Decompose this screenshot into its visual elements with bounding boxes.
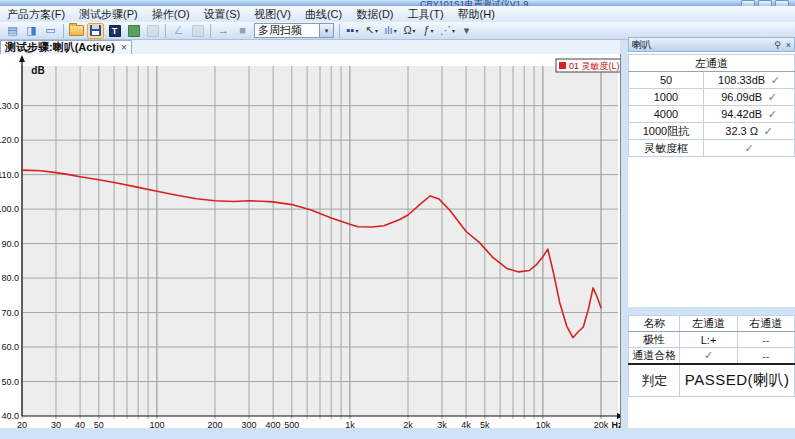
x-tick-label: 300 (241, 420, 256, 428)
panel-title: 喇叭 (629, 38, 772, 52)
dropdown-arrow-icon[interactable]: ▾ (394, 27, 397, 34)
y-tick-label: 60.0 (1, 342, 19, 352)
meas-name: 1000阻抗 (629, 123, 704, 140)
tab-close-icon[interactable]: × (121, 42, 127, 53)
result-table: 名称左通道右通道 极性L:+--通道合格✓--判定PASSED(喇叭) (628, 315, 795, 397)
result-right: -- (737, 332, 794, 348)
menu-item-7[interactable]: 工具(T) (401, 6, 451, 23)
toolbar-separator (165, 24, 166, 38)
check-icon: ✓ (763, 125, 772, 137)
export-window-icon[interactable]: ◨ (23, 23, 40, 39)
stop-button[interactable]: ■ (234, 23, 251, 39)
x-tick-label: 400 (266, 420, 281, 428)
result-header-2: 右通道 (737, 316, 794, 332)
scatter-tool-icon[interactable]: ⋰▾ (439, 23, 456, 39)
channel-header: 左通道 (629, 55, 795, 72)
panel-close-icon[interactable]: × (783, 40, 794, 50)
x-tick-label: 3k (437, 420, 447, 428)
sweep-mode-value: 多周扫频 (255, 23, 319, 38)
report-icon[interactable]: ▤ (4, 23, 21, 39)
legend-swatch (559, 62, 566, 69)
curve-tool-icon[interactable]: ∠ (170, 23, 187, 39)
result-name: 通道合格 (629, 348, 680, 365)
tab-label: 测试步骤:喇叭(Active) (5, 40, 115, 55)
menu-item-0[interactable]: 产品方案(F) (0, 6, 72, 23)
scatter-tool-icon: ⋰ (440, 25, 451, 36)
x-tick-label: 30 (51, 420, 61, 428)
menu-item-8[interactable]: 帮助(H) (451, 6, 502, 23)
image-tool-icon[interactable] (125, 23, 142, 39)
save-icon[interactable] (87, 23, 104, 39)
x-axis-title: Hz (612, 420, 621, 428)
toolbar-overflow[interactable]: ▾ (458, 23, 475, 39)
result-left: ✓ (680, 348, 737, 365)
window-bottom-edge (0, 428, 795, 439)
toolbar-separator (339, 24, 340, 38)
export-window-icon: ◨ (26, 25, 36, 36)
meas-value: 32.3 Ω ✓ (704, 123, 795, 140)
cursor-tool-icon[interactable]: ↖▾ (363, 23, 380, 39)
start-button[interactable]: → (215, 23, 232, 39)
text-tool-icon[interactable]: T (106, 23, 123, 39)
curve-tool-icon: ∠ (174, 25, 184, 36)
dropdown-arrow-icon[interactable]: ▾ (355, 27, 358, 34)
stop-button: ■ (239, 25, 246, 36)
panel-titlebar: 喇叭 ⚲ × (628, 37, 795, 52)
snapshot-icon[interactable] (189, 23, 206, 39)
chart-panel: 130.0120.0110.0100.090.080.070.060.050.0… (0, 54, 621, 428)
menu-item-1[interactable]: 测试步骤(P) (72, 6, 145, 23)
dropdown-arrow-icon[interactable]: ▾ (413, 27, 416, 34)
report-icon: ▤ (7, 25, 17, 36)
function-tool-icon[interactable]: ƒ▾ (420, 23, 437, 39)
start-button: → (218, 25, 229, 36)
sweep-mode-select[interactable]: 多周扫频▾ (254, 23, 334, 38)
x-tick-label: 200 (207, 420, 222, 428)
menu-item-6[interactable]: 数据(D) (349, 6, 400, 23)
display-mode-icon: ▪▪ (347, 25, 355, 36)
pin-icon[interactable]: ⚲ (772, 40, 783, 50)
tab-test-step[interactable]: 测试步骤:喇叭(Active) × (0, 40, 132, 54)
result-header-1: 左通道 (680, 316, 737, 332)
judge-value: PASSED(喇叭) (680, 364, 795, 397)
dropdown-arrow-icon[interactable]: ▾ (431, 27, 434, 34)
meas-value: 96.09dB ✓ (704, 89, 795, 106)
display-mode-icon[interactable]: ▪▪▾ (344, 23, 361, 39)
check-icon: ✓ (704, 349, 713, 361)
y-tick-label: 100.0 (0, 204, 19, 214)
y-axis-arrow (19, 55, 25, 62)
result-header-0: 名称 (629, 316, 680, 332)
menu-item-4[interactable]: 视图(V) (247, 6, 298, 23)
result-name: 极性 (629, 332, 680, 348)
open-folder-icon[interactable] (68, 23, 85, 39)
dropdown-arrow-icon[interactable]: ▾ (452, 27, 455, 34)
impedance-tool-icon[interactable]: Ω▾ (401, 23, 418, 39)
x-tick-label: 20k (594, 420, 609, 428)
meas-name: 4000 (629, 106, 704, 123)
cursor-tool-icon: ↖ (365, 25, 374, 36)
menu-item-3[interactable]: 设置(S) (197, 6, 248, 23)
toolbar-overflow: ▾ (464, 25, 470, 36)
dropdown-arrow-icon[interactable]: ▾ (375, 27, 378, 34)
menu-item-5[interactable]: 曲线(C) (298, 6, 349, 23)
combo-dropdown-icon[interactable]: ▾ (319, 24, 333, 37)
bars-tool-icon[interactable]: ılı▾ (382, 23, 399, 39)
image-tool-icon (128, 25, 140, 37)
x-tick-label: 2k (403, 420, 413, 428)
judge-row: 判定PASSED(喇叭) (629, 364, 795, 397)
horizontal-splitter[interactable] (628, 307, 795, 315)
x-tick-label: 500 (284, 420, 299, 428)
result-right: -- (737, 348, 794, 365)
tile-window-icon[interactable]: ▭ (42, 23, 59, 39)
measurement-table: 左通道 50108.33dB ✓100096.09dB ✓400094.42dB… (628, 54, 795, 157)
menu-item-2[interactable]: 操作(O) (145, 6, 197, 23)
result-row-1: 通道合格✓-- (629, 348, 795, 365)
y-tick-label: 70.0 (1, 308, 19, 318)
check-icon: ✓ (771, 74, 780, 86)
menu-bar: 产品方案(F)测试步骤(P)操作(O)设置(S)视图(V)曲线(C)数据(D)工… (0, 6, 795, 22)
x-axis-arrow (617, 413, 620, 419)
y-tick-label: 90.0 (1, 239, 19, 249)
tab-strip: 测试步骤:喇叭(Active) × (0, 40, 620, 55)
toolbar-separator (210, 24, 211, 38)
paste-icon[interactable] (144, 23, 161, 39)
vertical-splitter[interactable] (621, 40, 628, 428)
